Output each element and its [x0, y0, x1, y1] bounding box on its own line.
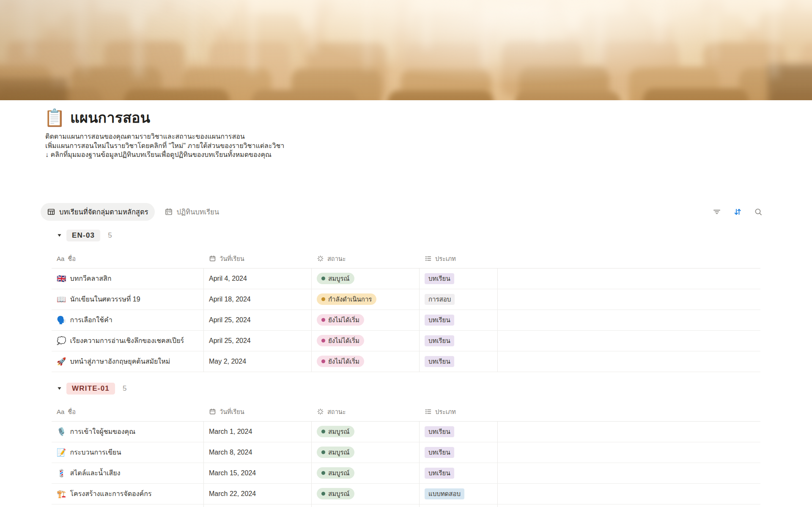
column-header[interactable]: วันที่เรียน	[204, 407, 312, 417]
text-icon: Aa	[57, 408, 64, 415]
cell-empty[interactable]	[498, 310, 760, 330]
cell-empty[interactable]	[498, 504, 760, 507]
cell-empty[interactable]	[498, 484, 760, 504]
lessons-table: Aa ชื่อ วันที่เรียน สถานะ ประเภท 🎙️ การเ…	[52, 403, 760, 507]
cell-empty[interactable]	[498, 351, 760, 372]
cell-date[interactable]: May 2, 2024	[204, 351, 312, 372]
cell-empty[interactable]	[498, 331, 760, 351]
cell-name[interactable]: 🎙️ การเข้าใจผู้ชมของคุณ	[52, 422, 204, 442]
cell-name[interactable]: 🇬🇧 บทกวีคลาสสิก	[52, 269, 204, 289]
table-row[interactable]: 🏗️ โครงสร้างและการจัดองค์กร March 22, 20…	[52, 484, 760, 504]
column-header[interactable]: Aa ชื่อ	[52, 254, 204, 263]
page-title: แผนการสอน	[70, 106, 150, 129]
cell-status[interactable]: สมบูรณ์	[312, 484, 420, 504]
lesson-date: March 1, 2024	[209, 428, 252, 436]
search-icon[interactable]	[754, 207, 763, 217]
tab-lesson-calendar[interactable]: ปฏิทินบทเรียน	[158, 203, 226, 221]
column-header[interactable]: ประเภท	[420, 407, 498, 417]
cell-empty[interactable]	[498, 442, 760, 463]
lesson-date: April 25, 2024	[209, 316, 251, 324]
page-icon[interactable]: 📋	[44, 108, 65, 127]
lesson-name: เรียงความการอ่านเชิงลึกของเชคสเปียร์	[70, 335, 184, 346]
table-row[interactable]: 🎙️ การเข้าใจผู้ชมของคุณ March 1, 2024 สม…	[52, 422, 760, 442]
table-row[interactable]: 🗣️ การเลือกใช้คำ April 25, 2024 ยังไม่ได…	[52, 310, 760, 331]
group-toggle-icon[interactable]	[57, 233, 62, 238]
type-badge: บทเรียน	[425, 468, 454, 479]
cell-status[interactable]: ยังไม่ได้เริ่ม	[312, 310, 420, 330]
cell-name[interactable]: 💈 สไตล์และน้ำเสียง	[52, 463, 204, 483]
cell-empty[interactable]	[498, 463, 760, 483]
type-badge: บทเรียน	[425, 426, 454, 437]
cell-type[interactable]: บทเรียน	[420, 463, 498, 483]
cell-empty[interactable]	[498, 422, 760, 442]
cell-type[interactable]: บทเรียน	[420, 310, 498, 330]
column-header[interactable]: สถานะ	[312, 407, 420, 417]
lesson-emoji: 🇬🇧	[57, 275, 66, 282]
cell-date[interactable]: April 18, 2024	[204, 289, 312, 310]
course-group: EN-03 5 Aa ชื่อ วันที่เรียน สถานะ ประเภท…	[41, 230, 771, 372]
cell-status[interactable]: ยังไม่ได้เริ่ม	[312, 351, 420, 372]
status-dot-icon	[321, 450, 325, 454]
cell-type[interactable]: บทเรียน	[420, 442, 498, 463]
status-label: สมบูรณ์	[328, 468, 350, 478]
cell-status[interactable]: สมบูรณ์	[312, 463, 420, 483]
lessons-table: Aa ชื่อ วันที่เรียน สถานะ ประเภท 🇬🇧 บทกว…	[52, 249, 760, 372]
cell-name[interactable]: 📝 กระบวนการเขียน	[52, 442, 204, 463]
sort-icon[interactable]	[733, 207, 742, 217]
cell-status[interactable]: ยังไม่ได้เริ่ม	[312, 504, 420, 507]
cell-name[interactable]: 🗣️ การเลือกใช้คำ	[52, 310, 204, 330]
cell-date[interactable]: March 8, 2024	[204, 442, 312, 463]
group-name-badge[interactable]: EN-03	[66, 230, 100, 241]
filter-icon[interactable]	[712, 207, 721, 217]
text-icon: Aa	[57, 255, 64, 262]
cell-name[interactable]: 🏗️ โครงสร้างและการจัดองค์กร	[52, 484, 204, 504]
tab-label: บทเรียนที่จัดกลุ่มตามหลักสูตร	[59, 206, 148, 217]
cell-type[interactable]: บทเรียน	[420, 351, 498, 372]
column-header[interactable]: ประเภท	[420, 254, 498, 263]
cell-date[interactable]: March 22, 2024	[204, 484, 312, 504]
cell-date[interactable]: April 25, 2024	[204, 310, 312, 330]
table-row[interactable]: 📖 นักเขียนในศตวรรษที่ 19 April 18, 2024 …	[52, 289, 760, 310]
table-row[interactable]: 🚀 บทนำสู่ภาษาอังกฤษยุคต้นสมัยใหม่ May 2,…	[52, 351, 760, 372]
cell-empty[interactable]	[498, 289, 760, 310]
column-header[interactable]: วันที่เรียน	[204, 254, 312, 263]
table-row[interactable]: 🇬🇧 บทกวีคลาสสิก April 4, 2024 สมบูรณ์ บท…	[52, 269, 760, 289]
status-label: สมบูรณ์	[328, 274, 350, 284]
cell-status[interactable]: สมบูรณ์	[312, 442, 420, 463]
cell-date[interactable]: April 25, 2024	[204, 331, 312, 351]
lesson-emoji: 🎙️	[57, 428, 66, 436]
type-badge: บทเรียน	[425, 315, 454, 326]
table-row[interactable]: 📝 กระบวนการเขียน March 8, 2024 สมบูรณ์ บ…	[52, 442, 760, 463]
column-header[interactable]: Aa ชื่อ	[52, 407, 204, 417]
cell-name[interactable]: 🚀 บทนำสู่ภาษาอังกฤษยุคต้นสมัยใหม่	[52, 351, 204, 372]
tab-label: ปฏิทินบทเรียน	[177, 206, 219, 217]
cell-date[interactable]: March 1, 2024	[204, 422, 312, 442]
cell-name[interactable]: 📖 นักเขียนในศตวรรษที่ 19	[52, 289, 204, 310]
cell-type[interactable]: การสอบ	[420, 289, 498, 310]
cell-status[interactable]: กำลังดำเนินการ	[312, 289, 420, 310]
cell-type[interactable]: บทเรียน	[420, 504, 498, 507]
cell-type[interactable]: บทเรียน	[420, 331, 498, 351]
cell-name[interactable]: 💭 เรียงความการอ่านเชิงลึกของเชคสเปียร์	[52, 331, 204, 351]
cell-type[interactable]: แบบทดสอบ	[420, 484, 498, 504]
group-toggle-icon[interactable]	[57, 386, 62, 391]
cell-empty[interactable]	[498, 269, 760, 289]
table-row[interactable]: 💈 สไตล์และน้ำเสียง March 15, 2024 สมบูรณ…	[52, 463, 760, 484]
column-header[interactable]: สถานะ	[312, 254, 420, 263]
type-badge: บทเรียน	[425, 273, 454, 284]
group-name-badge[interactable]: WRITE-01	[66, 383, 115, 395]
cell-date[interactable]: March 15, 2024	[204, 463, 312, 483]
cell-type[interactable]: บทเรียน	[420, 269, 498, 289]
table-row[interactable]: 🔬 การวิจัยและการอ้างอิง March 29, 2024 ย…	[52, 504, 760, 507]
view-actions	[712, 207, 771, 217]
cell-name[interactable]: 🔬 การวิจัยและการอ้างอิง	[52, 504, 204, 507]
cell-date[interactable]: April 4, 2024	[204, 269, 312, 289]
cell-status[interactable]: ยังไม่ได้เริ่ม	[312, 331, 420, 351]
cell-date[interactable]: March 29, 2024	[204, 504, 312, 507]
table-row[interactable]: 💭 เรียงความการอ่านเชิงลึกของเชคสเปียร์ A…	[52, 331, 760, 351]
lesson-date: March 8, 2024	[209, 449, 252, 456]
cell-type[interactable]: บทเรียน	[420, 422, 498, 442]
cell-status[interactable]: สมบูรณ์	[312, 269, 420, 289]
tab-grouped-lessons[interactable]: บทเรียนที่จัดกลุ่มตามหลักสูตร	[41, 203, 155, 221]
cell-status[interactable]: สมบูรณ์	[312, 422, 420, 442]
